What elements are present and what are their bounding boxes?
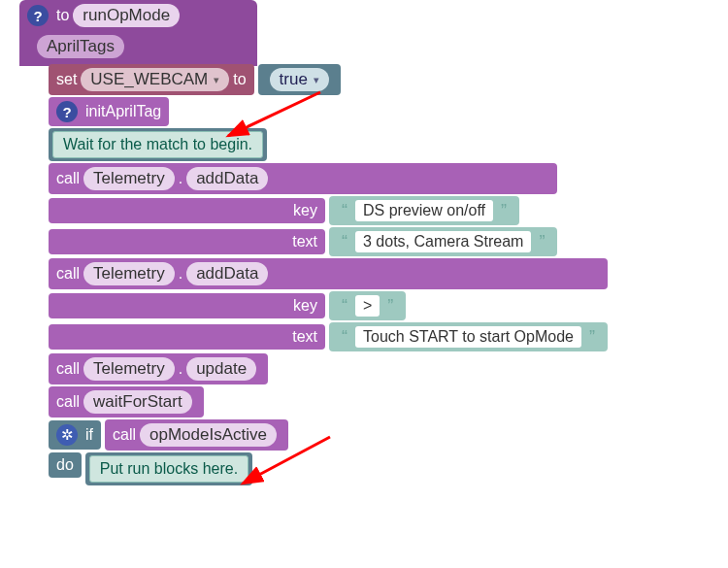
string-block[interactable]: “ Touch START to start OpMode ” [329, 322, 608, 351]
telemetry-update-block[interactable]: call Telemetry . update [49, 353, 268, 384]
dot: . [179, 360, 182, 378]
to-label: to [56, 7, 69, 24]
if-label: if [85, 426, 93, 444]
if-block[interactable]: ✲ if call opModeIsActive do Put run bloc… [49, 419, 288, 485]
do-label: do [56, 456, 74, 474]
set-label: set [56, 71, 77, 88]
function-name[interactable]: runOpMode [73, 4, 180, 27]
call-label: call [56, 393, 80, 411]
update-method: update [186, 357, 256, 381]
dot: . [179, 265, 182, 283]
text-label: text [292, 328, 317, 346]
string-value[interactable]: > [355, 295, 380, 317]
quote-icon: “ [342, 232, 347, 252]
quote-icon: “ [342, 327, 347, 348]
boolean-dropdown[interactable]: true [270, 68, 329, 91]
help-icon[interactable]: ? [56, 101, 78, 122]
comment-block[interactable]: Wait for the match to begin. [49, 128, 267, 161]
initapriltag-label: initAprilTag [85, 103, 161, 120]
string-block[interactable]: “ 3 dots, Camera Stream ” [329, 227, 557, 256]
quote-icon: ” [387, 296, 393, 317]
key-label: key [293, 297, 317, 315]
telemetry-obj: Telemetry [83, 167, 175, 190]
set-variable-block[interactable]: set USE_WEBCAM to true [49, 64, 341, 95]
telemetry-obj: Telemetry [83, 357, 175, 381]
call-label: call [56, 170, 80, 187]
dot: . [179, 170, 182, 187]
opmodeisactive-method: opModeIsActive [140, 423, 277, 447]
gear-icon[interactable]: ✲ [56, 424, 78, 446]
adddata-method: addData [186, 167, 268, 190]
key-label: key [293, 202, 317, 219]
quote-icon: “ [342, 201, 347, 221]
string-block[interactable]: “ DS preview on/off ” [329, 196, 519, 225]
string-value[interactable]: DS preview on/off [355, 200, 493, 221]
quote-icon: ” [589, 327, 595, 348]
waitforstart-block[interactable]: call waitForStart [49, 386, 204, 418]
call-label: call [56, 265, 80, 283]
condition-block[interactable]: call opModeIsActive [105, 419, 288, 451]
string-value[interactable]: 3 dots, Camera Stream [355, 231, 531, 252]
runopmode-function-block[interactable]: ? to runOpMode AprilTags [19, 0, 257, 66]
string-value[interactable]: Touch START to start OpMode [355, 326, 581, 348]
telemetry-adddata-block-2[interactable]: call Telemetry . addData key “ > ” text [49, 258, 608, 351]
help-icon[interactable]: ? [27, 5, 49, 26]
variable-dropdown[interactable]: USE_WEBCAM [81, 68, 229, 91]
comment-text: Put run blocks here. [89, 455, 248, 483]
quote-icon: ” [539, 232, 545, 252]
call-label: call [113, 426, 136, 444]
comment-block[interactable]: Put run blocks here. [85, 452, 252, 485]
waitforstart-method: waitForStart [83, 390, 192, 414]
call-label: call [56, 360, 80, 378]
text-label: text [292, 233, 317, 251]
quote-icon: “ [342, 296, 347, 317]
tag-label: AprilTags [37, 35, 124, 58]
boolean-value-block[interactable]: true [258, 64, 341, 95]
string-block[interactable]: “ > ” [329, 291, 406, 320]
comment-text: Wait for the match to begin. [52, 131, 263, 158]
quote-icon: ” [501, 201, 507, 221]
telemetry-adddata-block-1[interactable]: call Telemetry . addData key “ DS previe… [49, 163, 557, 256]
to-label2: to [233, 71, 246, 88]
initapriltag-call-block[interactable]: ? initAprilTag [49, 97, 169, 126]
adddata-method: addData [186, 262, 268, 285]
telemetry-obj: Telemetry [83, 262, 175, 285]
